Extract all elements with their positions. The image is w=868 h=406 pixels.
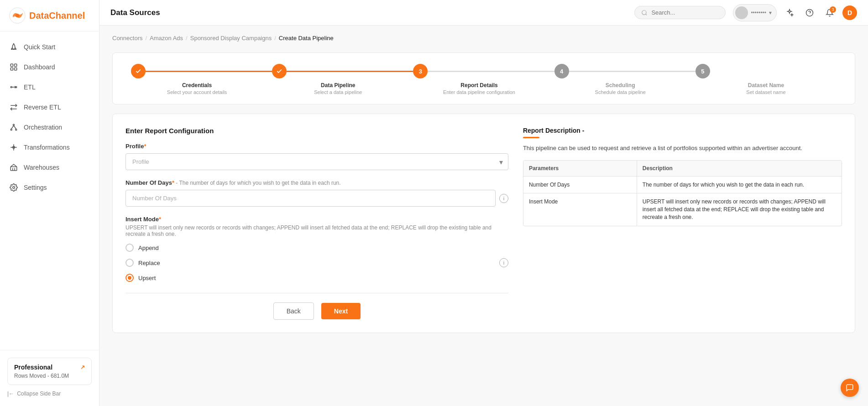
step-3-sub: Enter data pipeline configuration — [443, 89, 515, 95]
sidebar-item-quick-start[interactable]: Quick Start — [0, 37, 99, 57]
step-2: Data Pipeline Select a data pipeline — [272, 64, 413, 95]
notification-button[interactable]: 3 — [822, 5, 837, 20]
params-row-2: Insert Mode UPSERT will insert only new … — [523, 193, 842, 225]
report-desc-text: This pipeline can be used to request and… — [523, 144, 842, 153]
external-link-icon[interactable]: ↗ — [80, 364, 85, 370]
step-node-5: 5 — [695, 64, 710, 78]
svg-point-19 — [642, 10, 646, 14]
topbar-actions: •••••••• ▾ 3 D — [733, 4, 857, 21]
radio-replace[interactable]: Replace — [125, 259, 160, 267]
svg-point-11 — [16, 129, 17, 130]
collapse-sidebar-button[interactable]: |← Collapse Side Bar — [7, 389, 92, 399]
breadcrumb-current: Create Data Pipeline — [279, 35, 334, 42]
chat-bubble-button[interactable] — [841, 379, 859, 397]
connector-4-5 — [569, 71, 695, 72]
collapse-icon: |← — [7, 390, 14, 397]
breadcrumb-connectors[interactable]: Connectors — [112, 35, 142, 42]
step-node-2 — [272, 64, 287, 78]
next-button[interactable]: Next — [321, 303, 361, 319]
content-area: Connectors / Amazon Ads / Sponsored Disp… — [99, 26, 868, 406]
sparkle-button[interactable] — [782, 5, 797, 20]
form-container: Enter Report Configuration Profile* Prof… — [112, 114, 855, 333]
checkmark-icon — [135, 68, 141, 74]
radio-group-insert-mode: Append Replace i — [125, 244, 508, 282]
breadcrumb-sponsored-display[interactable]: Sponsored Display Campaigns — [190, 35, 272, 42]
radio-label-replace: Replace — [138, 260, 160, 266]
radio-label-upsert: Upsert — [138, 275, 156, 281]
help-button[interactable] — [802, 5, 817, 20]
sidebar-item-orchestration[interactable]: Orchestration — [0, 117, 99, 137]
connector-2-3 — [287, 71, 413, 72]
search-box[interactable] — [634, 6, 726, 19]
breadcrumb: Connectors / Amazon Ads / Sponsored Disp… — [112, 35, 855, 42]
insert-mode-info-icon[interactable]: i — [499, 258, 508, 267]
col-parameters: Parameters — [523, 161, 637, 176]
logo-icon — [9, 7, 26, 24]
svg-point-9 — [13, 124, 15, 125]
checkmark-icon — [276, 68, 282, 74]
reverse-etl-icon — [9, 103, 18, 112]
svg-line-13 — [14, 125, 16, 129]
notification-badge: 3 — [830, 6, 836, 13]
profile-select[interactable]: Profile — [125, 153, 508, 170]
stepper-container: Credentials Select your account details … — [112, 52, 855, 104]
rocket-icon — [9, 42, 18, 52]
back-button[interactable]: Back — [273, 302, 314, 320]
step-1-sub: Select your account details — [167, 89, 227, 95]
sidebar-item-reverse-etl[interactable]: Reverse ETL — [0, 97, 99, 117]
transformations-icon — [9, 143, 18, 152]
sidebar-item-transformations[interactable]: Transformations — [0, 137, 99, 157]
user-avatar-small — [735, 6, 748, 19]
logo[interactable]: DataChannel — [0, 0, 99, 31]
sidebar-item-settings[interactable]: Settings — [0, 177, 99, 198]
orchestration-icon — [9, 123, 18, 132]
btn-row: Back Next — [125, 302, 508, 320]
params-table-header: Parameters Description — [523, 161, 842, 177]
svg-rect-4 — [10, 68, 13, 70]
step-2-sub: Select a data pipeline — [314, 89, 362, 95]
sidebar-item-etl[interactable]: ETL — [0, 77, 99, 97]
plan-title: Professional ↗ — [14, 364, 85, 371]
param-desc-2: UPSERT will insert only new records or r… — [637, 193, 842, 225]
radio-append[interactable]: Append — [125, 244, 508, 252]
user-badge[interactable]: •••••••• ▾ — [733, 4, 777, 21]
plan-rows: Rows Moved - 681.0M — [14, 373, 85, 379]
stepper: Credentials Select your account details … — [131, 64, 837, 95]
insert-mode-label: Insert Mode* — [125, 216, 508, 223]
settings-icon — [9, 183, 18, 192]
params-table: Parameters Description Number Of Days Th… — [523, 160, 842, 226]
radio-label-append: Append — [138, 245, 159, 251]
orange-bar — [523, 137, 539, 138]
svg-point-18 — [13, 187, 15, 189]
step-5: 5 Dataset Name Set dataset name — [695, 64, 837, 95]
sidebar-item-label: Warehouses — [24, 164, 59, 171]
param-desc-1: The number of days for which you wish to… — [637, 177, 842, 193]
user-avatar[interactable]: D — [842, 5, 857, 20]
svg-rect-15 — [10, 167, 17, 171]
insert-mode-note: UPSERT will insert only new records or r… — [125, 224, 508, 237]
step-5-title: Dataset Name — [748, 82, 784, 88]
step-2-title: Data Pipeline — [321, 82, 355, 88]
form-section-title: Enter Report Configuration — [125, 127, 508, 135]
radio-circle-replace — [125, 259, 134, 267]
sparkle-icon — [785, 9, 794, 17]
svg-point-6 — [10, 87, 12, 88]
step-1: Credentials Select your account details — [131, 64, 272, 95]
page-title: Data Sources — [110, 8, 627, 17]
user-name: •••••••• — [751, 10, 766, 16]
sidebar-item-dashboard[interactable]: Dashboard — [0, 57, 99, 77]
breadcrumb-amazon-ads[interactable]: Amazon Ads — [150, 35, 183, 42]
warehouses-icon — [9, 163, 18, 172]
num-days-info-icon[interactable]: i — [499, 194, 508, 203]
search-input[interactable] — [651, 9, 715, 16]
form-left: Enter Report Configuration Profile* Prof… — [125, 127, 508, 320]
svg-rect-3 — [15, 64, 17, 66]
svg-rect-2 — [10, 64, 13, 66]
main-content: Data Sources •••••••• ▾ 3 D — [99, 0, 868, 406]
help-icon — [805, 9, 814, 17]
sidebar-item-label: Settings — [24, 184, 47, 191]
num-days-input[interactable] — [125, 190, 496, 207]
sidebar-item-label: ETL — [24, 83, 36, 91]
sidebar-item-warehouses[interactable]: Warehouses — [0, 157, 99, 177]
radio-upsert[interactable]: Upsert — [125, 274, 508, 282]
